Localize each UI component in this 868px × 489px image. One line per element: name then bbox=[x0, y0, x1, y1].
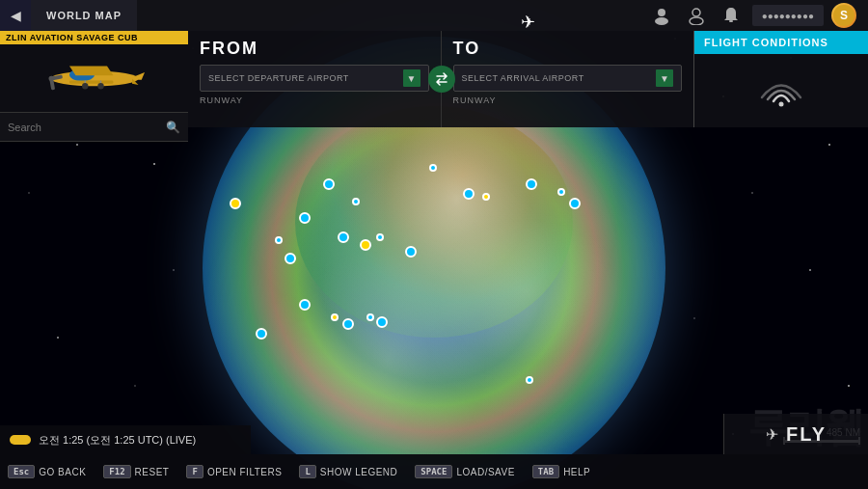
departure-placeholder: SELECT DEPARTURE AIRPORT bbox=[208, 73, 349, 83]
svg-marker-30 bbox=[69, 66, 114, 75]
airport-marker[interactable] bbox=[338, 231, 349, 243]
from-to-wrapper: FROM SELECT DEPARTURE AIRPORT ▼ RUNWAY T… bbox=[188, 31, 694, 127]
reset-btn[interactable]: F12 RESET bbox=[103, 465, 169, 478]
airport-marker[interactable] bbox=[526, 376, 533, 384]
airport-marker[interactable] bbox=[275, 236, 283, 244]
svg-point-24 bbox=[690, 17, 703, 25]
world-map-label: WORLD MAP bbox=[46, 10, 122, 21]
swap-button[interactable] bbox=[428, 66, 455, 93]
show-legend-btn[interactable]: L SHOW LEGEND bbox=[299, 465, 397, 478]
airport-marker[interactable] bbox=[429, 164, 437, 172]
user-name-text: ●●●●●●●●● bbox=[762, 11, 814, 21]
airport-marker[interactable] bbox=[323, 178, 335, 190]
notification-icon[interactable] bbox=[718, 2, 745, 29]
svg-point-4 bbox=[28, 192, 30, 194]
go-back-btn[interactable]: Esc GO BACK bbox=[8, 465, 86, 478]
profile-icon-2[interactable] bbox=[683, 2, 710, 29]
airport-marker[interactable] bbox=[557, 188, 565, 196]
svg-rect-31 bbox=[69, 80, 114, 83]
airport-marker[interactable] bbox=[230, 198, 241, 209]
avatar-icon: S bbox=[832, 4, 855, 27]
open-filters-label: OPEN FILTERS bbox=[207, 467, 283, 477]
svg-text:S: S bbox=[840, 9, 848, 22]
departure-dropdown-arrow[interactable]: ▼ bbox=[403, 69, 420, 87]
svg-point-15 bbox=[809, 269, 811, 271]
airport-marker[interactable] bbox=[569, 198, 581, 209]
aircraft-image-area bbox=[0, 44, 188, 112]
fly-airplane-icon: ✈ bbox=[766, 425, 778, 444]
search-icon: 🔍 bbox=[166, 121, 180, 134]
esc-key: Esc bbox=[8, 465, 35, 478]
reset-label: RESET bbox=[135, 467, 170, 477]
user-avatar[interactable]: S bbox=[831, 3, 856, 28]
airport-marker[interactable] bbox=[256, 328, 267, 340]
go-back-label: GO BACK bbox=[39, 467, 86, 477]
top-bar-icons: ●●●●●●●●● S bbox=[648, 2, 868, 29]
departure-airport-dropdown[interactable]: SELECT DEPARTURE AIRPORT ▼ bbox=[200, 65, 429, 92]
show-legend-label: SHOW LEGEND bbox=[320, 467, 398, 477]
search-input[interactable] bbox=[8, 122, 166, 133]
profile-icon-1[interactable] bbox=[648, 2, 675, 29]
status-bar: 오전 1:25 (오전 1:25 UTC) (LIVE) bbox=[0, 425, 251, 454]
fly-label: FLY bbox=[786, 423, 827, 446]
airport-marker[interactable] bbox=[463, 188, 475, 200]
fly-button[interactable]: ✈ FLY bbox=[723, 414, 868, 454]
svg-point-17 bbox=[848, 385, 850, 387]
airport-marker[interactable] bbox=[405, 246, 417, 258]
airport-marker[interactable] bbox=[376, 316, 388, 328]
airport-marker[interactable] bbox=[331, 313, 339, 321]
arrival-airport-dropdown[interactable]: SELECT ARRIVAL AIRPORT ▼ bbox=[453, 65, 683, 92]
flight-conditions-icon bbox=[757, 68, 805, 107]
from-runway-label: RUNWAY bbox=[200, 95, 429, 105]
back-button[interactable]: ◀ bbox=[0, 0, 31, 31]
airport-marker[interactable] bbox=[366, 313, 374, 321]
svg-point-7 bbox=[57, 337, 59, 339]
airport-marker[interactable] bbox=[299, 212, 311, 224]
svg-point-13 bbox=[828, 144, 830, 146]
svg-point-40 bbox=[779, 102, 784, 107]
svg-point-37 bbox=[97, 83, 104, 90]
svg-point-6 bbox=[173, 269, 175, 271]
to-label: TO bbox=[453, 39, 683, 59]
flight-airplane-icon: ✈ bbox=[521, 12, 535, 33]
airport-marker[interactable] bbox=[285, 253, 296, 264]
aircraft-card: Zlin Aviation Savage Cub bbox=[0, 31, 188, 113]
to-runway-label: RUNWAY bbox=[453, 95, 683, 105]
svg-point-21 bbox=[658, 9, 665, 16]
airport-marker[interactable] bbox=[360, 239, 371, 251]
airport-marker[interactable] bbox=[342, 318, 354, 330]
open-filters-btn[interactable]: F OPEN FILTERS bbox=[186, 465, 282, 478]
airport-marker[interactable] bbox=[352, 198, 360, 205]
flight-conditions-header: FLIGHT CONDITIONS bbox=[694, 31, 868, 54]
airport-marker[interactable] bbox=[376, 233, 384, 241]
aircraft-title: Zlin Aviation Savage Cub bbox=[0, 31, 188, 44]
airport-marker[interactable] bbox=[482, 193, 490, 201]
svg-point-22 bbox=[655, 17, 668, 25]
svg-point-16 bbox=[693, 317, 695, 319]
airport-marker[interactable] bbox=[299, 299, 311, 311]
flight-conditions-content bbox=[694, 54, 868, 122]
aircraft-model: Savage Cub bbox=[76, 33, 138, 42]
swap-icon bbox=[434, 71, 449, 87]
f12-key: F12 bbox=[103, 465, 130, 478]
arrival-dropdown-arrow[interactable]: ▼ bbox=[656, 69, 673, 87]
person-outline-icon bbox=[687, 6, 706, 25]
help-btn[interactable]: TAB HELP bbox=[532, 465, 590, 478]
aircraft-brand: Zlin Aviation bbox=[6, 33, 76, 42]
bell-icon bbox=[721, 6, 741, 25]
arrival-placeholder: SELECT ARRIVAL AIRPORT bbox=[462, 73, 584, 83]
live-indicator bbox=[10, 435, 31, 445]
tab-key: TAB bbox=[532, 465, 559, 478]
top-bar-left: ◀ WORLD MAP bbox=[0, 0, 137, 31]
search-bar: 🔍 bbox=[0, 113, 188, 142]
f-key: F bbox=[186, 465, 203, 478]
time-display: 오전 1:25 (오전 1:25 UTC) (LIVE) bbox=[39, 433, 196, 448]
airport-marker[interactable] bbox=[526, 178, 537, 190]
person-icon bbox=[652, 6, 671, 25]
load-save-label: LOAD/SAVE bbox=[456, 467, 514, 477]
load-save-btn[interactable]: SPACE LOAD/SAVE bbox=[415, 465, 515, 478]
svg-point-14 bbox=[751, 192, 753, 194]
help-label: HELP bbox=[563, 467, 590, 477]
l-key: L bbox=[299, 465, 315, 478]
bottom-bar: Esc GO BACK F12 RESET F OPEN FILTERS L S… bbox=[0, 454, 868, 489]
